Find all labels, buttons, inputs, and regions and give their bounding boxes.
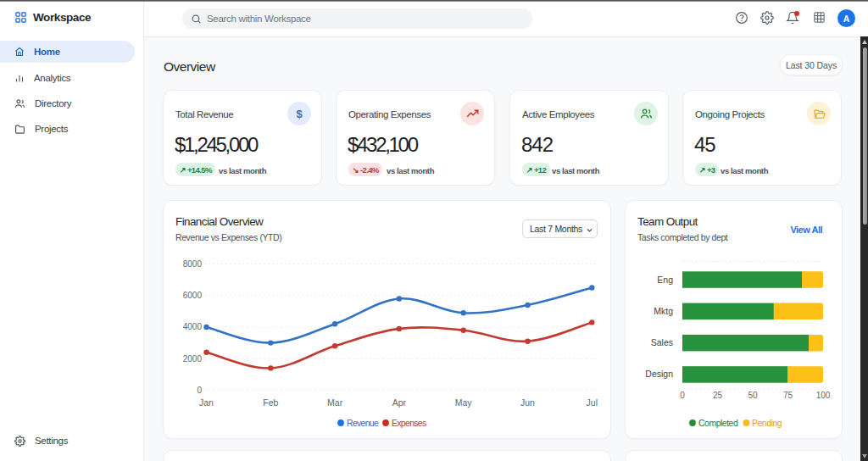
svg-text:Sales: Sales <box>651 337 673 347</box>
svg-text:Jul: Jul <box>587 397 598 408</box>
svg-text:Mktg: Mktg <box>654 306 673 316</box>
svg-text:50: 50 <box>748 391 758 400</box>
svg-text:2000: 2000 <box>183 354 203 364</box>
svg-text:6000: 6000 <box>183 291 203 300</box>
svg-text:Jan: Jan <box>199 397 214 408</box>
svg-text:Design: Design <box>645 369 673 379</box>
svg-text:Feb: Feb <box>263 397 278 408</box>
svg-text:Pending: Pending <box>752 418 782 428</box>
svg-text:8000: 8000 <box>183 259 203 269</box>
svg-text:Apr: Apr <box>392 397 407 408</box>
svg-text:Jun: Jun <box>520 397 535 408</box>
svg-text:Completed: Completed <box>698 418 738 428</box>
svg-text:Revenue: Revenue <box>347 418 379 428</box>
svg-text:Mar: Mar <box>327 397 343 408</box>
svg-text:0: 0 <box>680 391 685 400</box>
svg-text:75: 75 <box>783 391 793 400</box>
svg-text:0: 0 <box>197 386 202 395</box>
svg-text:Eng: Eng <box>657 275 673 285</box>
svg-text:Expenses: Expenses <box>392 418 426 428</box>
svg-text:4000: 4000 <box>183 322 203 331</box>
svg-text:25: 25 <box>713 391 723 400</box>
svg-text:May: May <box>455 397 473 408</box>
svg-text:100: 100 <box>816 391 831 400</box>
